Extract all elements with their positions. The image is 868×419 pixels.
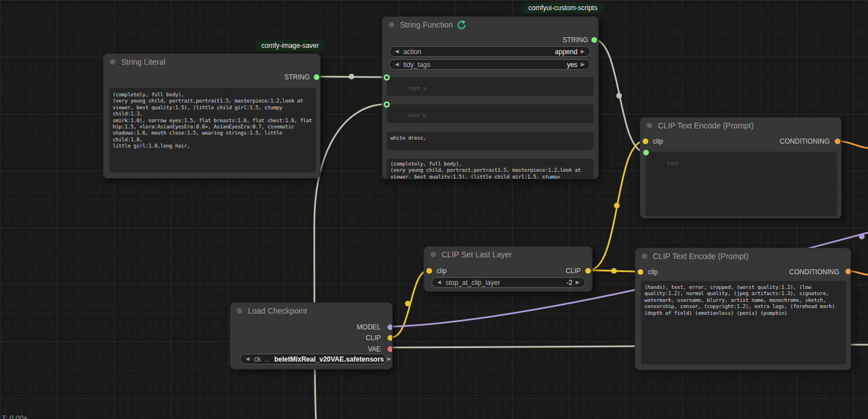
increment-arrow-icon[interactable]: ▶ bbox=[581, 59, 585, 70]
output-label-string: STRING bbox=[284, 73, 310, 81]
widget-value: yes bbox=[567, 61, 577, 69]
text-b-textarea[interactable]: text_b bbox=[387, 104, 594, 123]
widget-label: action bbox=[403, 48, 421, 56]
output-label-conditioning: CONDITIONING bbox=[789, 268, 839, 276]
output-label-vae: VAE bbox=[368, 345, 381, 353]
wire-dot-checkpoint-clip[interactable] bbox=[405, 301, 411, 306]
node-graph-canvas[interactable]: comfy-image-saver comfyui-custom-scripts… bbox=[0, 0, 868, 419]
output-label-string: STRING bbox=[563, 36, 588, 44]
input-dot-text[interactable] bbox=[643, 150, 649, 155]
text-textarea[interactable]: text bbox=[646, 152, 837, 216]
wire-dot-string-literal[interactable] bbox=[349, 74, 354, 79]
output-label-clip: CLIP bbox=[366, 334, 381, 342]
widget-value: -2 bbox=[566, 279, 572, 287]
input-dot-clip[interactable] bbox=[638, 269, 643, 275]
node-title: CLIP Text Encode (Prompt) bbox=[653, 252, 749, 261]
wire-dot-string-function[interactable] bbox=[616, 93, 622, 99]
node-title-bar[interactable]: CLIP Text Encode (Prompt) bbox=[640, 118, 841, 133]
decrement-arrow-icon[interactable]: ◀ bbox=[437, 277, 441, 288]
widget-action[interactable]: ◀ action append ▶ bbox=[389, 46, 590, 57]
wire-dot-model[interactable] bbox=[859, 234, 865, 239]
output-dot-model[interactable] bbox=[388, 324, 393, 330]
node-title: String Function bbox=[400, 20, 453, 29]
node-string-function[interactable]: String Function STRING ◀ action append ▶… bbox=[382, 16, 599, 179]
text-b-placeholder: text_b bbox=[408, 112, 426, 118]
widget-label: stop_at_clip_layer bbox=[446, 279, 500, 287]
decrement-arrow-icon[interactable]: ◀ bbox=[395, 46, 399, 57]
text-c-textarea[interactable]: white dress, bbox=[387, 132, 594, 150]
input-dot-text-a[interactable] bbox=[384, 74, 390, 81]
wire-dot-clip-top[interactable] bbox=[614, 203, 620, 208]
widget-label: ck bbox=[254, 355, 261, 363]
widget-tidy-tags[interactable]: ◀ tidy_tags yes ▶ bbox=[389, 59, 590, 70]
node-string-literal[interactable]: String Literal STRING (completely, full … bbox=[103, 54, 321, 179]
node-title-bar[interactable]: String Literal bbox=[104, 54, 320, 70]
pysssss-swirl-icon bbox=[457, 20, 466, 30]
badge-comfy-image-saver: comfy-image-saver bbox=[256, 40, 324, 51]
badge-comfyui-custom-scripts: comfyui-custom-scripts bbox=[523, 2, 603, 14]
output-dot-clip[interactable] bbox=[585, 268, 591, 274]
widget-ckpt-name[interactable]: ◀ ck ... beletMixReal_v20VAE.safetensors… bbox=[240, 354, 386, 364]
widget-label-ellipsis: ... bbox=[264, 355, 270, 363]
output-label-conditioning: CONDITIONING bbox=[780, 137, 830, 145]
negative-prompt-textarea[interactable]: (hands), text, error, cropped, (worst qu… bbox=[641, 281, 846, 364]
collapse-dot-icon[interactable] bbox=[642, 253, 647, 259]
output-dot-conditioning[interactable] bbox=[845, 269, 851, 274]
node-title-bar[interactable]: CLIP Set Last Layer bbox=[424, 247, 592, 262]
input-label-clip: clip bbox=[648, 268, 658, 276]
node-clip-text-encode-top[interactable]: CLIP Text Encode (Prompt) clip CONDITION… bbox=[640, 117, 842, 219]
increment-arrow-icon[interactable]: ▶ bbox=[581, 46, 585, 57]
string-literal-textarea[interactable]: (completely, full body), (very young chi… bbox=[109, 88, 316, 172]
output-dot-conditioning[interactable] bbox=[835, 139, 840, 144]
widget-stop-at-clip-layer[interactable]: ◀ stop_at_clip_layer -2 ▶ bbox=[431, 277, 585, 288]
output-dot-vae[interactable] bbox=[388, 346, 393, 352]
wire-offscreen-to-text-b bbox=[314, 104, 386, 419]
output-dot-string[interactable] bbox=[314, 74, 319, 80]
output-label-model: MODEL bbox=[357, 323, 381, 331]
decrement-arrow-icon[interactable]: ◀ bbox=[395, 59, 399, 70]
node-title: Load Checkpoint bbox=[248, 306, 307, 315]
collapse-dot-icon[interactable] bbox=[647, 123, 652, 128]
node-title: CLIP Text Encode (Prompt) bbox=[658, 121, 754, 130]
input-label-clip: clip bbox=[437, 267, 447, 275]
node-title: CLIP Set Last Layer bbox=[442, 250, 512, 259]
widget-value: append bbox=[555, 48, 577, 56]
node-title-bar[interactable]: String Function bbox=[382, 17, 598, 33]
node-load-checkpoint[interactable]: Load Checkpoint MODEL CLIP VAE ◀ ck ... … bbox=[230, 302, 393, 369]
widget-label: tidy_tags bbox=[403, 61, 430, 69]
wire-top-conditioning-out bbox=[837, 141, 868, 148]
collapse-dot-icon[interactable] bbox=[237, 308, 242, 314]
output-dot-string[interactable] bbox=[591, 37, 597, 43]
increment-arrow-icon[interactable]: ▶ bbox=[387, 354, 391, 364]
collapse-dot-icon[interactable] bbox=[430, 252, 436, 257]
output-label-clip: CLIP bbox=[566, 267, 581, 275]
node-clip-set-last-layer[interactable]: CLIP Set Last Layer clip CLIP ◀ stop_at_… bbox=[424, 246, 593, 292]
text-placeholder: text bbox=[667, 160, 679, 166]
widget-value: beletMixReal_v20VAE.safetensors bbox=[274, 355, 384, 363]
result-textarea[interactable]: (completely, full body), (very young chi… bbox=[387, 159, 594, 179]
increment-arrow-icon[interactable]: ▶ bbox=[576, 277, 580, 288]
node-clip-text-encode-bottom[interactable]: CLIP Text Encode (Prompt) clip CONDITION… bbox=[635, 248, 851, 370]
perf-timer-text: T: 0.00s bbox=[2, 414, 28, 419]
collapse-dot-icon[interactable] bbox=[389, 22, 394, 28]
input-dot-clip[interactable] bbox=[426, 268, 432, 274]
collapse-dot-icon[interactable] bbox=[110, 59, 115, 65]
text-a-placeholder: text_a bbox=[408, 85, 426, 91]
output-dot-clip[interactable] bbox=[388, 335, 393, 341]
wire-dot-clip-bottom[interactable] bbox=[611, 268, 617, 274]
node-title: String Literal bbox=[121, 57, 166, 66]
node-title-bar[interactable]: CLIP Text Encode (Prompt) bbox=[635, 248, 851, 264]
decrement-arrow-icon[interactable]: ◀ bbox=[246, 354, 250, 364]
input-dot-text-b[interactable] bbox=[384, 101, 390, 108]
input-label-clip: clip bbox=[653, 137, 663, 145]
node-title-bar[interactable]: Load Checkpoint bbox=[230, 303, 392, 319]
text-a-textarea[interactable]: text_a bbox=[387, 77, 594, 96]
input-dot-clip[interactable] bbox=[643, 139, 648, 144]
